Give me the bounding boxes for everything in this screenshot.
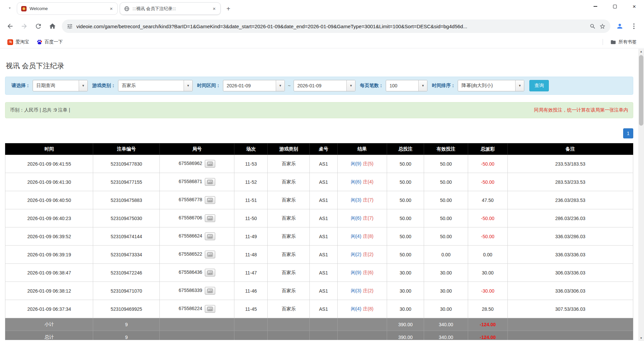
- time-cell: 2026-01-09 06:39:19: [5, 246, 93, 264]
- profile-button[interactable]: [613, 19, 627, 33]
- payout-value: 28.50: [468, 300, 507, 318]
- round-detail-icon: [207, 198, 213, 202]
- round-number: 675586224: [179, 306, 202, 311]
- total-bet-cell[interactable]: 30.00: [387, 282, 424, 300]
- home-button[interactable]: [46, 19, 59, 33]
- all-bookmarks-button[interactable]: 所有书签: [608, 38, 639, 46]
- table-no-cell: AS1: [310, 173, 337, 191]
- page-1-button[interactable]: 1: [623, 128, 633, 138]
- bookmark-baidu[interactable]: 百度一下: [34, 38, 66, 46]
- note-text: 同局有效投注，统一计算在该局第一张注单内: [534, 107, 628, 113]
- refresh-button[interactable]: [32, 19, 45, 33]
- valid-bet-cell: 30.00: [424, 264, 468, 282]
- scroll-down-arrow-icon[interactable]: ▼: [638, 335, 644, 341]
- result-banker: 庄(7): [363, 215, 373, 221]
- valid-bet-cell: 0.00: [424, 246, 468, 264]
- round-detail-button[interactable]: [205, 269, 215, 276]
- sort-select[interactable]: 降幂(由大到小) ▼: [458, 80, 524, 91]
- table-no-cell: AS1: [310, 227, 337, 246]
- forward-button[interactable]: [17, 19, 31, 33]
- select-type-label: 请选择：: [11, 83, 30, 89]
- total-bet-cell[interactable]: 50.00: [387, 209, 424, 227]
- result-cell: 闲(6)庄(7): [337, 209, 387, 227]
- url-bar[interactable]: videoie.com/game/betrecord_search/kind3?…: [62, 19, 610, 33]
- total-bet-cell[interactable]: 30.00: [387, 264, 424, 282]
- bookmarks-bar: 淘 爱淘宝 百度一下 所有书签: [0, 36, 644, 48]
- round-detail-button[interactable]: [205, 305, 215, 313]
- round-detail-button[interactable]: [205, 232, 215, 240]
- tab-betrecord[interactable]: :::视讯 会员下注纪录::: ×: [120, 2, 221, 15]
- total-bet-cell[interactable]: 30.00: [387, 300, 424, 318]
- subtotal-total-bet: 390.00: [387, 318, 424, 331]
- query-type-select[interactable]: 日期查询 ▼: [33, 80, 88, 91]
- filter-bar: 请选择： 日期查询 ▼ 游戏类别： 百家乐 ▼ 时间区间： 2026-01-09…: [5, 77, 633, 95]
- dropdown-arrow-icon[interactable]: ▼: [515, 80, 524, 91]
- window-close-icon: ×: [633, 4, 636, 9]
- subtotal-valid-bet: 340.00: [424, 318, 468, 331]
- url-text[interactable]: videoie.com/game/betrecord_search/kind3?…: [76, 24, 586, 29]
- tab-search-button[interactable]: [4, 3, 15, 14]
- game-type-select[interactable]: 百家乐 ▼: [118, 80, 193, 91]
- tab-welcome[interactable]: Welcome ×: [17, 2, 118, 15]
- dropdown-arrow-icon[interactable]: ▼: [276, 80, 285, 91]
- back-button[interactable]: [3, 19, 17, 33]
- window-close-button[interactable]: ×: [624, 0, 644, 13]
- bookmark-aitaobao[interactable]: 淘 爱淘宝: [5, 38, 32, 46]
- menu-button[interactable]: [627, 19, 641, 33]
- time-cell: 2026-01-09 06:40:50: [5, 191, 93, 209]
- total-bet-cell[interactable]: 50.00: [387, 173, 424, 191]
- search-button[interactable]: 查询: [529, 80, 549, 91]
- round-detail-button[interactable]: [205, 287, 215, 295]
- round-detail-button[interactable]: [205, 251, 215, 258]
- scroll-up-arrow-icon[interactable]: ▲: [638, 49, 644, 54]
- result-banker: 庄(4): [363, 179, 373, 184]
- total-bet-cell[interactable]: 50.00: [387, 246, 424, 264]
- dropdown-arrow-icon[interactable]: ▼: [418, 80, 427, 91]
- col-header-remark: 备注: [507, 143, 633, 155]
- dropdown-arrow-icon[interactable]: ▼: [79, 80, 87, 91]
- time-cell: 2026-01-09 06:37:34: [5, 300, 93, 318]
- col-header-valid-bet: 有效投注: [424, 143, 468, 155]
- total-bet-cell[interactable]: 50.00: [387, 191, 424, 209]
- date-end-value: 2026-01-09: [294, 80, 346, 91]
- minimize-button[interactable]: [585, 0, 605, 13]
- payout-value: 30.00: [468, 264, 507, 282]
- bet-id-cell: 523109471070: [93, 282, 160, 300]
- site-info-icon[interactable]: [67, 23, 73, 30]
- remark-cell: 336.03/286.03: [507, 227, 633, 246]
- bet-id-cell: 523109473334: [93, 246, 160, 264]
- round-detail-button[interactable]: [205, 214, 215, 222]
- round-detail-button[interactable]: [205, 160, 215, 168]
- round-detail-button[interactable]: [205, 178, 215, 186]
- close-icon[interactable]: ×: [211, 5, 218, 12]
- total-bet-cell[interactable]: 50.00: [387, 227, 424, 246]
- date-start-select[interactable]: 2026-01-09 ▼: [223, 80, 285, 91]
- result-player: 闲(9): [351, 270, 361, 275]
- scrollbar-thumb[interactable]: [639, 55, 643, 126]
- page-scrollbar[interactable]: ▲ ▼: [638, 49, 644, 341]
- result-banker: 庄(8): [363, 233, 373, 239]
- game-cell: 百家乐: [268, 282, 310, 300]
- session-cell: 11-45: [234, 300, 268, 318]
- sort-label: 时间排序：: [432, 83, 455, 89]
- new-tab-button[interactable]: +: [223, 4, 233, 14]
- date-end-select[interactable]: 2026-01-09 ▼: [294, 80, 355, 91]
- dropdown-arrow-icon[interactable]: ▼: [346, 80, 355, 91]
- subtotal-label: 小计: [5, 318, 93, 331]
- round-cell: 675586522: [160, 246, 234, 264]
- close-icon[interactable]: ×: [108, 5, 115, 12]
- forward-icon: [21, 23, 28, 30]
- menu-dots-icon: [630, 23, 638, 30]
- zoom-icon[interactable]: [590, 23, 596, 30]
- round-detail-button[interactable]: [205, 196, 215, 204]
- bookmark-star-icon[interactable]: [599, 23, 606, 30]
- total-total-bet: 390.00: [387, 331, 424, 340]
- payout-value: 0.00: [468, 246, 507, 264]
- page-size-select[interactable]: 100 ▼: [386, 80, 427, 91]
- dropdown-arrow-icon[interactable]: ▼: [184, 80, 192, 91]
- subtotal-payout: -124.00: [480, 322, 495, 327]
- session-cell: 11-50: [234, 209, 268, 227]
- total-bet-cell[interactable]: 50.00: [387, 155, 424, 173]
- maximize-button[interactable]: [605, 0, 624, 13]
- bet-id-cell: 523109469925: [93, 300, 160, 318]
